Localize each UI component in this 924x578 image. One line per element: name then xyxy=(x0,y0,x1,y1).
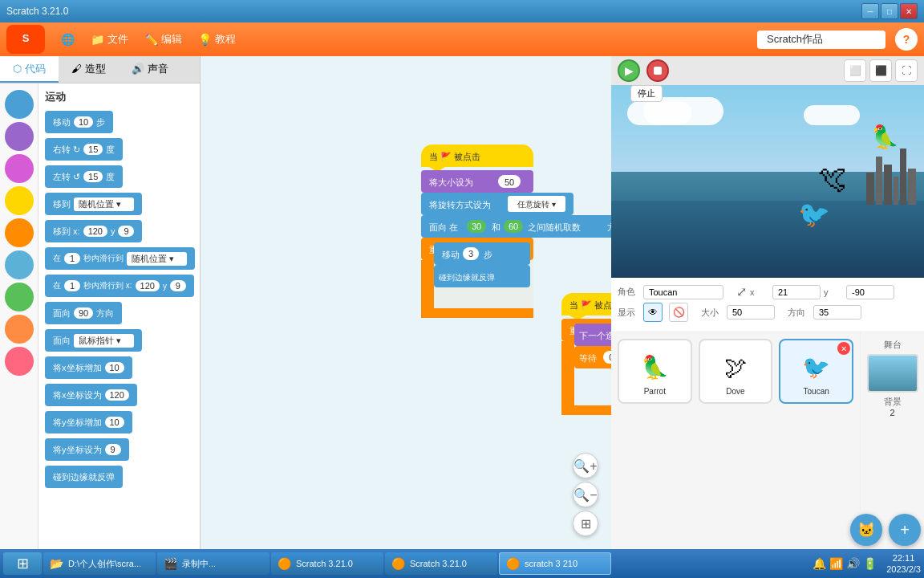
title-bar-controls: ─ □ ✕ xyxy=(861,3,918,19)
block-bounce[interactable]: 碰到边缘就反弹 xyxy=(45,466,193,488)
x-input[interactable] xyxy=(772,285,821,299)
record-icon: 🎬 xyxy=(164,557,177,570)
title-bar: Scratch 3.21.0 ─ □ ✕ xyxy=(0,0,924,22)
category-sound[interactable] xyxy=(5,154,34,183)
help-button[interactable]: ? xyxy=(895,28,918,51)
y-input[interactable] xyxy=(846,285,894,299)
scratch3-icon: 🟠 xyxy=(506,557,520,570)
category-sensing[interactable] xyxy=(5,250,34,279)
scratch-active-label: scratch 3 210 xyxy=(525,559,578,568)
stage-fullscreen-button[interactable]: ⛶ xyxy=(895,59,918,82)
menu-globe[interactable]: 🌐 xyxy=(55,30,81,49)
block-goto-xy[interactable]: 移到 x: 120 y 9 xyxy=(45,220,193,242)
green-flag-button[interactable]: ▶ xyxy=(618,59,640,82)
block-change-y[interactable]: 将y坐标增加 10 xyxy=(45,411,193,434)
zoom-in-button[interactable]: 🔍+ xyxy=(573,453,598,478)
menu-tips[interactable]: 💡 教程 xyxy=(192,29,242,50)
sprite-card-toucan[interactable]: ✕ 🐦 Toucan xyxy=(779,339,853,404)
category-motion[interactable] xyxy=(5,90,34,119)
start-button[interactable]: ⊞ xyxy=(3,552,42,575)
add-sprite-button[interactable]: + xyxy=(889,514,921,546)
taskbar-item-record[interactable]: 🎬 录制中... xyxy=(157,552,270,575)
block-face-direction[interactable]: 面向 90 方向 xyxy=(45,302,193,324)
sprite-name-input[interactable] xyxy=(643,285,723,299)
sprite-name-parrot: Parrot xyxy=(644,387,666,396)
svg-rect-29 xyxy=(463,247,479,260)
maximize-button[interactable]: □ xyxy=(881,3,898,19)
tab-sounds[interactable]: 🔊 声音 xyxy=(119,56,181,83)
block-set-x[interactable]: 将x坐标设为 120 xyxy=(45,384,193,406)
svg-rect-24 xyxy=(421,260,434,308)
stage-small-button[interactable]: ⬜ xyxy=(844,59,866,82)
direction-label: 方向 xyxy=(788,307,807,319)
size-label: 大小 xyxy=(701,307,720,319)
svg-rect-5 xyxy=(421,170,533,193)
stage-background: 🕊 🦜 🐦 xyxy=(611,85,924,278)
close-button[interactable]: ✕ xyxy=(900,3,918,19)
block-move[interactable]: 移动 10 步 xyxy=(45,111,193,133)
volume-icon[interactable]: 🔊 xyxy=(846,557,860,570)
direction-input[interactable] xyxy=(813,305,861,320)
block-set-y[interactable]: 将y坐标设为 9 xyxy=(45,438,193,461)
zoom-reset-button[interactable]: ⊞ xyxy=(573,511,598,536)
svg-text:60: 60 xyxy=(509,222,518,231)
tab-costumes[interactable]: 🖌 造型 xyxy=(59,56,119,83)
zoom-out-button[interactable]: 🔍− xyxy=(573,482,598,507)
block-turn-left[interactable]: 左转 ↺ 15 度 xyxy=(45,165,193,188)
blocks-list: 运动 移动 10 步 右转 ↻ 15 度 xyxy=(38,83,200,549)
svg-text:和: 和 xyxy=(492,222,500,232)
scratch-logo[interactable]: S xyxy=(6,25,45,54)
svg-text:之间随机取数: 之间随机取数 xyxy=(528,222,581,232)
block-turn-right[interactable]: 右转 ↻ 15 度 xyxy=(45,138,193,161)
block-glide-random[interactable]: 在 1 秒内滑行到 随机位置 ▾ xyxy=(45,247,193,270)
hide-sprite-button[interactable]: 🚫 xyxy=(669,303,688,322)
sounds-tab-icon: 🔊 xyxy=(132,63,144,75)
category-events[interactable] xyxy=(5,186,34,215)
sprite-card-dove[interactable]: 🕊 Dove xyxy=(699,339,773,404)
category-operators[interactable] xyxy=(5,283,34,311)
tab-code[interactable]: ⬡ 代码 xyxy=(0,56,59,83)
sprite-delete-toucan[interactable]: ✕ xyxy=(837,342,850,355)
taskbar: ⊞ 📂 D:\个人创作\scra... 🎬 录制中... 🟠 Scratch 3… xyxy=(0,549,924,578)
block-change-x[interactable]: 将x坐标增加 10 xyxy=(45,356,193,379)
stage-normal-button[interactable]: ⬛ xyxy=(869,59,892,82)
stage-thumb[interactable] xyxy=(867,354,918,393)
menu-edit[interactable]: ✏️ 编辑 xyxy=(138,29,188,50)
show-sprite-button[interactable]: 👁 xyxy=(643,303,663,322)
svg-text:3: 3 xyxy=(468,249,473,258)
taskbar-item-scratch3[interactable]: 🟠 scratch 3 210 xyxy=(499,552,611,575)
minimize-button[interactable]: ─ xyxy=(861,3,879,19)
block-goto-random[interactable]: 移到 随机位置 ▾ xyxy=(45,193,193,215)
block-glide-xy[interactable]: 在 1 秒内滑行到 x: 120 y 9 xyxy=(45,275,193,297)
svg-text:碰到边缘就反弹: 碰到边缘就反弹 xyxy=(438,273,495,282)
taskbar-item-scratch2[interactable]: 🟠 Scratch 3.21.0 xyxy=(385,552,497,575)
sprite-thumb-parrot: 🦜 xyxy=(630,347,679,387)
taskbar-item-explorer[interactable]: 📂 D:\个人创作\scra... xyxy=(43,552,156,575)
taskbar-clock[interactable]: 22:11 2023/2/3 xyxy=(886,552,921,576)
block-face-mouse[interactable]: 面向 鼠标指针 ▾ xyxy=(45,329,193,352)
code-area[interactable]: 当 🚩 被点击 将大小设为 50 将旋转方式设为 任意旋转 ▾ xyxy=(201,56,611,549)
svg-text:当 🚩 被点击: 当 🚩 被点击 xyxy=(429,151,480,162)
category-control[interactable] xyxy=(5,218,34,247)
size-input[interactable] xyxy=(727,305,775,320)
taskbar-item-scratch1[interactable]: 🟠 Scratch 3.21.0 xyxy=(271,552,383,575)
notification-icon[interactable]: 🔔 xyxy=(813,557,826,570)
add-cat-button[interactable]: 🐱 xyxy=(850,514,882,546)
sprite-name-toucan: Toucan xyxy=(804,387,829,396)
code-tab-icon: ⬡ xyxy=(13,63,22,75)
svg-rect-13 xyxy=(421,215,611,238)
taskbar-tray: 🔔 📶 🔊 🔋 xyxy=(806,557,883,570)
network-icon[interactable]: 📶 xyxy=(829,557,843,570)
category-myblocks[interactable] xyxy=(5,347,34,376)
svg-text:将大小设为: 将大小设为 xyxy=(428,177,473,187)
block-categories: 运动 移动 10 步 右转 ↻ 15 度 xyxy=(0,83,200,549)
stop-button[interactable] xyxy=(646,59,669,82)
svg-text:步: 步 xyxy=(484,250,492,259)
sprite-card-parrot[interactable]: 🦜 Parrot xyxy=(618,339,692,404)
project-name-input[interactable] xyxy=(757,31,886,49)
menu-file[interactable]: 📁 文件 xyxy=(84,29,135,50)
battery-icon[interactable]: 🔋 xyxy=(863,557,877,570)
category-looks[interactable] xyxy=(5,122,34,151)
category-variables[interactable] xyxy=(5,315,34,344)
move-icon: ⤢ xyxy=(736,284,747,299)
